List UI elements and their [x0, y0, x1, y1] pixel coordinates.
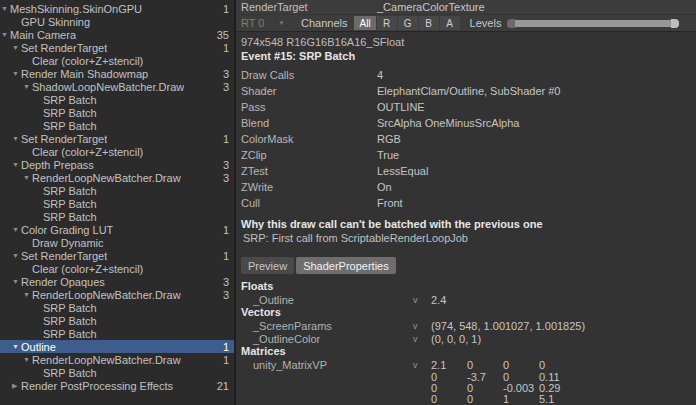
matrix-row: unity_MatrixVPv2.1000 — [241, 358, 696, 371]
detail-value: 4 — [377, 69, 383, 81]
detail-row: CullFront — [241, 195, 696, 211]
detail-row: ZWriteOn — [241, 179, 696, 195]
tree-item-render-postprocessing-effects[interactable]: ▶Render PostProcessing Effects21 — [0, 379, 234, 392]
expand-arrow-icon[interactable]: ▼ — [11, 223, 21, 236]
prop-foldout-icon[interactable]: v — [413, 321, 431, 331]
tree-item-srp-batch[interactable]: SRP Batch — [0, 301, 234, 314]
detail-value: OUTLINE — [377, 101, 425, 113]
batch-break-reason-body: SRP: First call from ScriptableRenderLoo… — [241, 231, 696, 245]
expand-arrow-icon[interactable]: ▼ — [22, 353, 32, 366]
expand-arrow-icon[interactable]: ▼ — [11, 340, 21, 353]
tree-item-shadowloopnewbatcher-draw[interactable]: ▼ShadowLoopNewBatcher.Draw3 — [0, 80, 234, 93]
prop-row: _ScreenParamsv(974, 548, 1.001027, 1.001… — [241, 319, 696, 332]
tree-item-clear-color-z-stencil[interactable]: Clear (color+Z+stencil) — [0, 262, 234, 275]
tree-item-label: SRP Batch — [43, 107, 97, 119]
tree-item-count: 3 — [223, 81, 234, 93]
texture-toolbar: RT 0 ▼ Channels AllRGBA Levels — [236, 15, 696, 32]
channel-button-g[interactable]: G — [398, 16, 418, 30]
tree-item-srp-batch[interactable]: SRP Batch — [0, 184, 234, 197]
matrix-row: 0015.1 — [241, 393, 696, 404]
tree-item-srp-batch[interactable]: SRP Batch — [0, 93, 234, 106]
tree-item-renderloopnewbatcher-draw[interactable]: ▼RenderLoopNewBatcher.Draw1 — [0, 353, 234, 366]
levels-slider-min-handle[interactable] — [507, 19, 515, 28]
tree-item-clear-color-z-stencil[interactable]: Clear (color+Z+stencil) — [0, 145, 234, 158]
tree-item-render-opaques[interactable]: ▼Render Opaques3 — [0, 275, 234, 288]
expand-arrow-icon[interactable]: ▼ — [11, 67, 21, 80]
tree-item-count: 3 — [223, 172, 234, 184]
tree-item-srp-batch[interactable]: SRP Batch — [0, 197, 234, 210]
channel-button-group: AllRGBA — [354, 16, 459, 30]
frame-debugger-window: ▼MeshSkinning.SkinOnGPU1GPU Skinning▼Mai… — [0, 0, 696, 405]
prop-value: 2.4 — [431, 294, 446, 306]
tree-item-set-rendertarget[interactable]: ▼Set RenderTarget1 — [0, 249, 234, 262]
tree-item-srp-batch[interactable]: SRP Batch — [0, 210, 234, 223]
tree-item-main-camera[interactable]: ▼Main Camera35 — [0, 28, 234, 41]
tree-item-meshskinning-skinongpu[interactable]: ▼MeshSkinning.SkinOnGPU1 — [0, 2, 234, 15]
tree-item-label: SRP Batch — [43, 185, 97, 197]
prop-section-header: Vectors — [241, 306, 696, 319]
prop-row: _Outlinev2.4 — [241, 293, 696, 306]
expand-arrow-icon[interactable]: ▼ — [11, 41, 21, 54]
expand-arrow-icon[interactable]: ▼ — [11, 132, 21, 145]
levels-slider-track[interactable] — [507, 20, 679, 27]
tree-item-render-main-shadowmap[interactable]: ▼Render Main Shadowmap3 — [0, 67, 234, 80]
expand-arrow-icon[interactable]: ▼ — [22, 288, 32, 301]
channel-button-all[interactable]: All — [354, 16, 375, 30]
rt-dropdown[interactable]: RT 0 ▼ — [241, 17, 293, 29]
tree-item-clear-color-z-stencil[interactable]: Clear (color+Z+stencil) — [0, 54, 234, 67]
detail-row: BlendSrcAlpha OneMinusSrcAlpha — [241, 115, 696, 131]
tree-item-color-grading-lut[interactable]: ▼Color Grading LUT1 — [0, 223, 234, 236]
expand-arrow-icon[interactable]: ▼ — [11, 249, 21, 262]
detail-row: Draw Calls4 — [241, 67, 696, 83]
expand-arrow-icon[interactable]: ▼ — [22, 80, 32, 93]
tree-item-renderloopnewbatcher-draw[interactable]: ▼RenderLoopNewBatcher.Draw3 — [0, 288, 234, 301]
detail-label: ZWrite — [241, 181, 377, 193]
prop-section-header: Floats — [241, 280, 696, 293]
levels-slider[interactable] — [507, 19, 679, 28]
tree-item-label: Draw Dynamic — [32, 237, 104, 249]
tree-item-label: MeshSkinning.SkinOnGPU — [10, 3, 142, 15]
texture-info: 974x548 R16G16B16A16_SFloat — [241, 35, 696, 49]
tree-item-label: Clear (color+Z+stencil) — [32, 55, 143, 67]
batch-break-reason-title: Why this draw call can't be batched with… — [241, 217, 696, 231]
matrix-cell: 5.1 — [539, 393, 575, 405]
expand-arrow-icon[interactable]: ▼ — [11, 275, 21, 288]
tree-item-set-rendertarget[interactable]: ▼Set RenderTarget1 — [0, 41, 234, 54]
channel-button-a[interactable]: A — [440, 16, 460, 30]
tab-preview[interactable]: Preview — [241, 257, 294, 274]
detail-row: ZClipTrue — [241, 147, 696, 163]
levels-slider-max-handle[interactable] — [671, 19, 679, 28]
shader-properties: Floats_Outlinev2.4Vectors_ScreenParamsv(… — [241, 280, 696, 404]
detail-value: ElephantClam/Outline, SubShader #0 — [377, 85, 560, 97]
detail-label: ColorMask — [241, 133, 377, 145]
prop-name: unity_MatrixVP — [241, 359, 413, 371]
matrix-cell: 0 — [467, 393, 503, 405]
expand-arrow-icon[interactable]: ▼ — [22, 171, 32, 184]
tree-item-srp-batch[interactable]: SRP Batch — [0, 119, 234, 132]
tree-item-outline[interactable]: ▼Outline1 — [0, 340, 234, 353]
tree-item-srp-batch[interactable]: SRP Batch — [0, 327, 234, 340]
tree-item-gpu-skinning[interactable]: GPU Skinning — [0, 15, 234, 28]
collapse-arrow-icon[interactable]: ▶ — [11, 379, 21, 392]
tree-item-depth-prepass[interactable]: ▼Depth Prepass3 — [0, 158, 234, 171]
tree-item-srp-batch[interactable]: SRP Batch — [0, 366, 234, 379]
prop-foldout-icon[interactable]: v — [413, 295, 431, 305]
render-target-row: RenderTarget _CameraColorTexture — [236, 0, 696, 15]
channel-button-b[interactable]: B — [419, 16, 439, 30]
prop-foldout-icon[interactable]: v — [413, 334, 431, 344]
matrix-cell: 1 — [503, 393, 539, 405]
chevron-down-icon: ▼ — [278, 20, 284, 26]
tree-item-label: SRP Batch — [43, 302, 97, 314]
expand-arrow-icon[interactable]: ▼ — [0, 28, 10, 41]
expand-arrow-icon[interactable]: ▼ — [11, 158, 21, 171]
tree-item-renderloopnewbatcher-draw[interactable]: ▼RenderLoopNewBatcher.Draw3 — [0, 171, 234, 184]
prop-foldout-icon[interactable]: v — [413, 360, 431, 370]
tree-item-label: SRP Batch — [43, 328, 97, 340]
channel-button-r[interactable]: R — [377, 16, 397, 30]
expand-arrow-icon[interactable]: ▼ — [0, 2, 10, 15]
tree-item-srp-batch[interactable]: SRP Batch — [0, 106, 234, 119]
tree-item-set-rendertarget[interactable]: ▼Set RenderTarget1 — [0, 132, 234, 145]
tree-item-srp-batch[interactable]: SRP Batch — [0, 314, 234, 327]
tree-item-draw-dynamic[interactable]: Draw Dynamic — [0, 236, 234, 249]
tab-shaderproperties[interactable]: ShaderProperties — [296, 257, 396, 274]
